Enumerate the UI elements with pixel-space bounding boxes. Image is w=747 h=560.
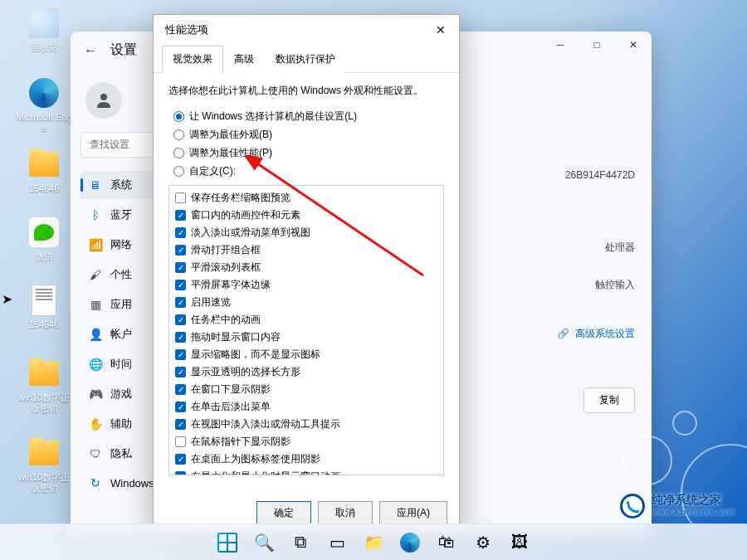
checkbox-option-0[interactable]: 保存任务栏缩略图预览 (173, 189, 440, 207)
ok-button[interactable]: 确定 (256, 501, 311, 525)
desktop-icon-1[interactable]: Microsoft Edge (15, 76, 73, 134)
radio-option-0[interactable]: 让 Windows 选择计算机的最佳设置(L) (173, 110, 444, 124)
checkbox-icon (175, 280, 186, 290)
minimize-button[interactable]: ─ (542, 32, 579, 58)
checkbox-icon (175, 367, 186, 377)
wechat-icon (27, 216, 61, 249)
nav-label: 隐私 (110, 446, 132, 461)
apply-button[interactable]: 应用(A) (379, 501, 447, 525)
checkbox-option-8[interactable]: 拖动时显示窗口内容 (173, 329, 440, 346)
store-button[interactable]: 🛍 (431, 527, 462, 558)
maximize-button[interactable]: □ (579, 32, 615, 58)
checkbox-icon (175, 436, 186, 447)
dialog-close-button[interactable]: ✕ (429, 22, 452, 38)
settings-taskbar-button[interactable]: ⚙ (467, 527, 499, 558)
watermark-line1: 纯净系统之家 (652, 494, 735, 506)
search-button[interactable]: 🔍 (248, 527, 280, 558)
checkbox-option-7[interactable]: 任务栏中的动画 (173, 311, 440, 329)
widgets-button[interactable]: ▭ (321, 527, 353, 558)
desktop-icon-5[interactable]: win10数字正版密钥 (15, 357, 73, 414)
task-view-button[interactable]: ⧉ (285, 527, 316, 558)
tab-2[interactable]: 数据执行保护 (265, 46, 346, 73)
checkbox-option-10[interactable]: 显示亚透明的选择长方形 (173, 363, 440, 381)
tab-0[interactable]: 视觉效果 (162, 46, 223, 73)
checkbox-icon (175, 332, 186, 343)
settings-title: 设置 (110, 41, 137, 59)
back-button[interactable]: ← (84, 43, 97, 58)
checkbox-option-1[interactable]: 窗口内的动画控件和元素 (173, 207, 440, 224)
checkbox-label: 滑动打开组合框 (191, 243, 261, 257)
desktop-icon-2[interactable]: 154646 (15, 148, 73, 194)
start-button[interactable] (212, 527, 243, 558)
radio-option-2[interactable]: 调整为最佳性能(P) (173, 146, 444, 160)
checkbox-label: 窗口内的动画控件和元素 (191, 208, 300, 222)
radio-label: 调整为最佳外观(B) (189, 128, 272, 142)
checkbox-option-12[interactable]: 在单击后淡出菜单 (173, 398, 440, 416)
tab-1[interactable]: 高级 (223, 46, 265, 73)
desktop-icon-0[interactable]: 回收站 (15, 7, 73, 53)
cancel-button[interactable]: 取消 (318, 501, 373, 525)
checkbox-option-11[interactable]: 在窗口下显示阴影 (173, 381, 440, 398)
nav-label: 网络 (110, 237, 132, 252)
desktop-icon-label: win10数字正版密钥 (15, 472, 73, 494)
checkbox-label: 在桌面上为图标标签使用阴影 (191, 452, 320, 466)
recycle-icon (27, 7, 61, 40)
checkbox-label: 显示亚透明的选择长方形 (191, 365, 300, 379)
checkbox-label: 在单击后淡出菜单 (191, 400, 271, 414)
desktop: 回收站Microsoft Edge154646微信154646win10数字正版… (0, 0, 747, 560)
desktop-icon-3[interactable]: 微信 (15, 216, 73, 262)
checkbox-option-5[interactable]: 平滑屏幕字体边缘 (173, 276, 440, 294)
nav-icon: 🖌 (89, 268, 102, 281)
checkbox-icon (175, 210, 186, 221)
desktop-icon-4[interactable]: 154646 (15, 284, 73, 330)
user-avatar[interactable] (85, 82, 122, 119)
checkbox-icon (175, 314, 186, 325)
checkbox-option-6[interactable]: 启用速览 (173, 294, 440, 311)
radio-option-1[interactable]: 调整为最佳外观(B) (173, 128, 444, 142)
visual-effects-list[interactable]: 保存任务栏缩略图预览窗口内的动画控件和元素淡入淡出或滑动菜单到视图滑动打开组合框… (168, 185, 444, 475)
copy-button[interactable]: 复制 (583, 387, 635, 413)
mouse-cursor: ➤ (2, 291, 12, 307)
folder-icon (27, 148, 61, 181)
desktop-icon-label: 154646 (15, 183, 73, 194)
checkbox-label: 在视图中淡入淡出或滑动工具提示 (191, 417, 340, 431)
nav-icon: 🎮 (89, 387, 102, 401)
app-taskbar-button[interactable]: 🖼 (504, 527, 535, 558)
checkbox-label: 任务栏中的动画 (191, 313, 261, 327)
desktop-icon-6[interactable]: win10数字正版密钥 (15, 436, 73, 494)
checkbox-label: 平滑屏幕字体边缘 (191, 278, 271, 292)
checkbox-icon (175, 192, 186, 203)
radio-icon (173, 111, 184, 122)
desktop-icon-label: 回收站 (15, 42, 73, 53)
radio-label: 让 Windows 选择计算机的最佳设置(L) (189, 110, 357, 124)
svg-point-0 (100, 94, 107, 100)
link-icon: 🔗 (557, 328, 569, 339)
checkbox-label: 启用速览 (191, 295, 231, 309)
advanced-settings-link[interactable]: 高级系统设置 (575, 328, 635, 339)
checkbox-option-14[interactable]: 在鼠标指针下显示阴影 (173, 433, 440, 450)
checkbox-label: 拖动时显示窗口内容 (191, 330, 281, 344)
edge-taskbar-button[interactable] (394, 527, 426, 558)
checkbox-option-2[interactable]: 淡入淡出或滑动菜单到视图 (173, 224, 440, 241)
nav-icon: ✋ (89, 417, 102, 431)
folder-icon (27, 436, 61, 470)
checkbox-icon (175, 419, 186, 430)
watermark-line2: www.kzmhome.com (652, 506, 735, 519)
edge-icon (27, 76, 61, 110)
checkbox-option-3[interactable]: 滑动打开组合框 (173, 241, 440, 259)
nav-icon: ᛒ (89, 208, 102, 222)
nav-icon: 🛡 (89, 447, 102, 460)
checkbox-label: 平滑滚动列表框 (191, 261, 261, 275)
checkbox-option-4[interactable]: 平滑滚动列表框 (173, 259, 440, 276)
checkbox-option-13[interactable]: 在视图中淡入淡出或滑动工具提示 (173, 416, 440, 433)
checkbox-option-15[interactable]: 在桌面上为图标标签使用阴影 (173, 450, 440, 468)
checkbox-icon (175, 349, 186, 360)
close-button[interactable]: ✕ (615, 32, 652, 58)
checkbox-option-9[interactable]: 显示缩略图，而不是显示图标 (173, 346, 440, 363)
explorer-button[interactable]: 📁 (358, 527, 389, 558)
checkbox-icon (175, 402, 186, 412)
radio-icon (173, 129, 184, 140)
radio-option-3[interactable]: 自定义(C): (173, 164, 444, 178)
checkbox-option-16[interactable]: 在最大化和最小化时显示窗口动画 (173, 468, 440, 475)
nav-icon: 🌐 (89, 358, 102, 371)
